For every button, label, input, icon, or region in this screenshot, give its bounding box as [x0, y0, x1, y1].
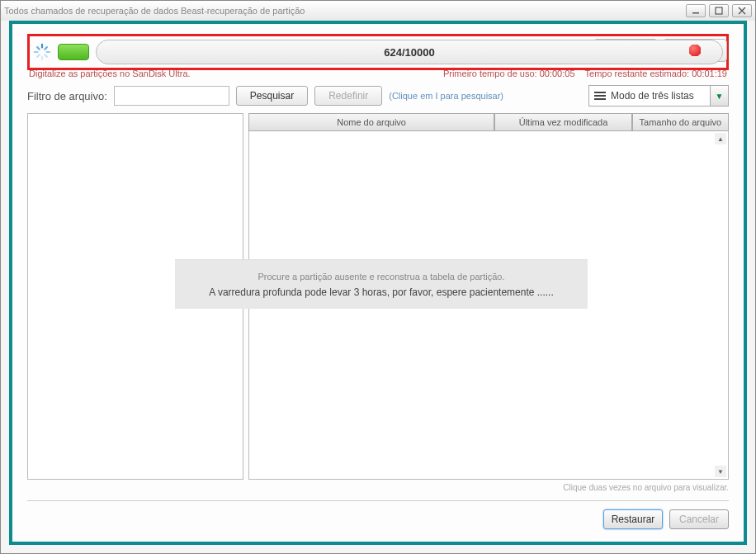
- svg-line-7: [37, 54, 40, 57]
- scroll-up-icon[interactable]: ▲: [715, 133, 726, 144]
- divider: [27, 500, 729, 501]
- filter-row: Filtro de arquivo: Pesquisar Redefinir (…: [27, 85, 729, 107]
- col-name[interactable]: Nome do arquivo: [248, 113, 494, 131]
- status-row: Digitalize as partições no SanDisk Ultra…: [27, 69, 729, 78]
- chevron-down-icon: ▼: [710, 86, 728, 106]
- preview-hint: Clique duas vezes no arquivo para visual…: [27, 483, 729, 492]
- minimize-button[interactable]: [686, 4, 706, 17]
- app-window: Todos chamados de recuperação de dados B…: [0, 0, 756, 554]
- filter-input[interactable]: [114, 86, 229, 106]
- spinner-icon: [33, 43, 51, 61]
- filter-label: Filtro de arquivo:: [27, 90, 107, 102]
- scan-target-text: Digitalize as partições no SanDisk Ultra…: [29, 69, 191, 78]
- restore-button[interactable]: Restaurar: [603, 509, 663, 529]
- svg-line-5: [45, 54, 47, 57]
- progress-indicator: [58, 44, 89, 60]
- time-info: Primeiro tempo de uso: 00:00:05 Tempo re…: [443, 69, 727, 78]
- stop-icon: [689, 45, 701, 56]
- progress-text: 624/10000: [384, 46, 434, 59]
- mode-label: Modo de três listas: [611, 90, 710, 102]
- col-size[interactable]: Tamanho do arquivo: [632, 113, 729, 131]
- col-modified[interactable]: Última vez modificada: [494, 113, 632, 131]
- list-mode-icon: [589, 92, 611, 100]
- progress-bar: 624/10000: [96, 40, 723, 64]
- window-controls: [686, 4, 752, 17]
- message-line1: Procure a partição ausente e reconstrua …: [258, 272, 504, 282]
- scroll-down-icon[interactable]: ▼: [715, 466, 726, 477]
- svg-line-9: [37, 47, 40, 50]
- footer-buttons: Restaurar Cancelar: [27, 509, 729, 529]
- svg-line-3: [45, 47, 47, 50]
- titlebar: Todos chamados de recuperação de dados B…: [1, 1, 755, 21]
- filter-hint: (Clique em I para pesquisar): [389, 91, 503, 101]
- scan-message: Procure a partição ausente e reconstrua …: [175, 259, 588, 309]
- close-button[interactable]: [732, 4, 752, 17]
- progress-section: 624/10000: [27, 34, 729, 70]
- maximize-button[interactable]: [709, 4, 729, 17]
- cancel-button[interactable]: Cancelar: [669, 509, 729, 529]
- column-headers: Nome do arquivo Última vez modificada Ta…: [248, 113, 729, 131]
- svg-rect-1: [716, 7, 722, 14]
- search-button[interactable]: Pesquisar: [236, 86, 308, 106]
- main-panel: 624/10000 Digitalize as partições no San…: [9, 21, 747, 545]
- message-line2: A varredura profunda pode levar 3 horas,…: [209, 286, 554, 298]
- window-title: Todos chamados de recuperação de dados B…: [4, 6, 686, 16]
- reset-button[interactable]: Redefinir: [314, 86, 382, 106]
- svg-rect-0: [692, 12, 699, 14]
- view-mode-dropdown[interactable]: Modo de três listas ▼: [588, 85, 729, 107]
